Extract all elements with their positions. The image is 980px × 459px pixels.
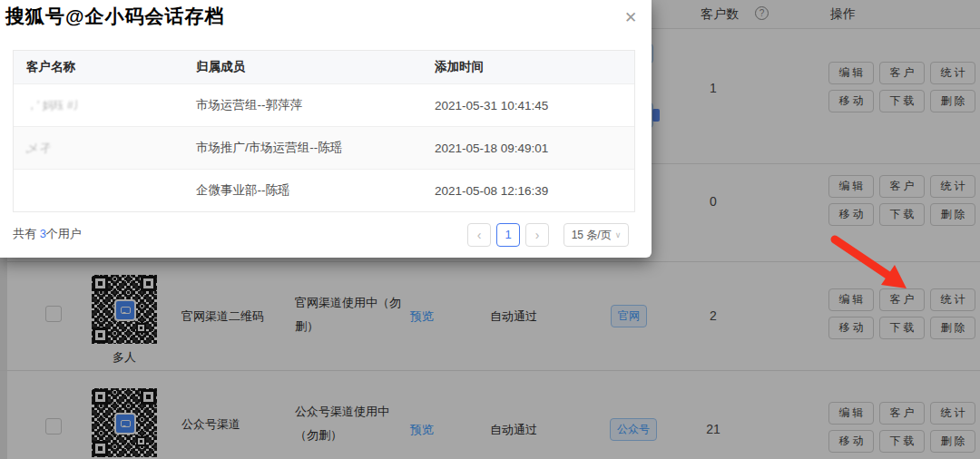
col-customer-name: 客户名称	[26, 59, 196, 75]
customer-list-modal: ✕ 客户名称 归属成员 添加时间 ，′ 妈珏 #丿 市场运营组--郭萍萍 202…	[0, 0, 652, 258]
col-add-time: 添加时间	[435, 59, 634, 75]
owner-member: 企微事业部--陈瑶	[196, 182, 435, 199]
total-users-text: 共有 3个用户	[13, 226, 82, 242]
col-owner-member: 归属成员	[196, 59, 435, 75]
table-row[interactable]: 乄 孑 市场推广/市场运营组--陈瑶 2021-05-18 09:49:01	[14, 126, 634, 169]
close-icon[interactable]: ✕	[620, 7, 642, 29]
customer-name-redacted: 乄 孑	[26, 141, 196, 156]
chevron-down-icon: ∨	[615, 230, 622, 239]
total-count: 3	[40, 227, 46, 240]
add-time: 2021-05-18 09:49:01	[435, 142, 634, 155]
watermark-text: 搜狐号@企小码会话存档	[5, 4, 224, 29]
pagination-current-page[interactable]: 1	[496, 223, 520, 247]
add-time: 2021-05-31 10:41:45	[435, 99, 634, 112]
annotation-arrow	[817, 225, 926, 302]
page-size-select[interactable]: 15 条/页 ∨	[564, 223, 629, 247]
table-row[interactable]: 企微事业部--陈瑶 2021-05-08 12:16:39	[14, 169, 634, 211]
owner-member: 市场运营组--郭萍萍	[196, 97, 435, 113]
owner-member: 市场推广/市场运营组--陈瑶	[196, 140, 435, 156]
table-row[interactable]: ，′ 妈珏 #丿 市场运营组--郭萍萍 2021-05-31 10:41:45	[14, 83, 634, 126]
add-time: 2021-05-08 12:16:39	[435, 184, 634, 198]
pagination-prev-icon[interactable]: ‹	[467, 223, 491, 247]
screenshot-canvas: 客户数 ? 操作 1 编辑 客户 统计 移动 下载 删除 0 编	[0, 0, 980, 459]
customer-name-redacted: ，′ 妈珏 #丿	[26, 98, 196, 113]
pagination-next-icon[interactable]: ›	[525, 223, 549, 247]
customer-table-header: 客户名称 归属成员 添加时间	[14, 51, 634, 83]
customer-table: 客户名称 归属成员 添加时间 ，′ 妈珏 #丿 市场运营组--郭萍萍 2021-…	[13, 50, 635, 212]
